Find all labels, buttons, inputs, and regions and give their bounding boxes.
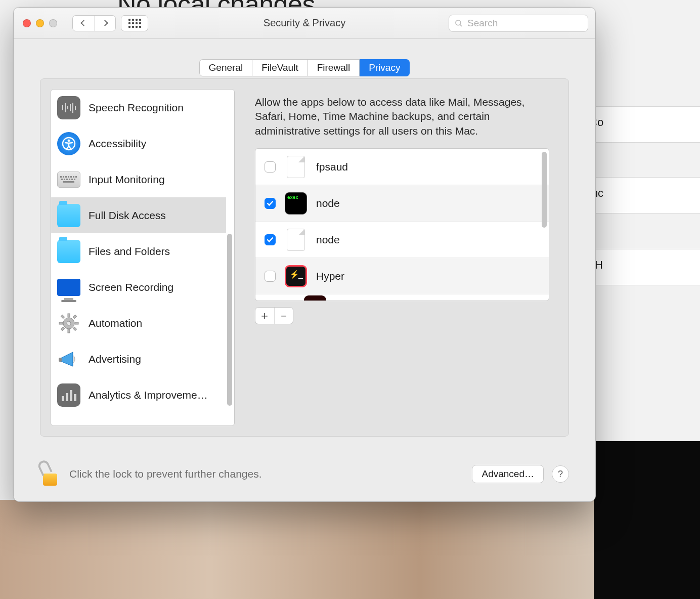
tab-privacy[interactable]: Privacy xyxy=(360,59,410,76)
svg-rect-27 xyxy=(68,329,70,333)
forward-button[interactable] xyxy=(94,16,115,31)
lock-icon xyxy=(43,474,57,486)
permission-checkbox[interactable] xyxy=(265,234,276,245)
category-description: Allow the apps below to access data like… xyxy=(255,95,549,138)
app-permission-list[interactable]: fpsaud exec node node Hyper xyxy=(255,148,549,301)
sidebar-item-label: Speech Recognition xyxy=(89,102,184,114)
sidebar-item-analytics[interactable]: Analytics & Improveme… xyxy=(51,377,226,413)
search-input[interactable] xyxy=(467,18,583,29)
advanced-button[interactable]: Advanced… xyxy=(472,465,544,483)
svg-point-25 xyxy=(67,321,71,325)
app-row[interactable]: Hyper xyxy=(255,258,549,294)
bg-row-1: Co xyxy=(580,106,700,143)
app-icon-peek xyxy=(304,295,326,301)
chevron-right-icon xyxy=(102,20,108,26)
accessibility-icon xyxy=(57,132,80,155)
sidebar-item-speech-recognition[interactable]: Speech Recognition xyxy=(51,90,226,125)
nav-back-forward xyxy=(72,15,116,31)
generic-file-icon xyxy=(287,229,305,251)
svg-rect-30 xyxy=(61,315,64,318)
svg-rect-12 xyxy=(65,176,67,178)
preferences-window: Security & Privacy General FileVault Fir… xyxy=(13,7,596,502)
svg-rect-36 xyxy=(66,393,68,401)
sidebar-item-label: Screen Recording xyxy=(89,281,173,293)
add-app-button[interactable]: ＋ xyxy=(255,308,274,324)
svg-rect-21 xyxy=(71,179,73,180)
svg-rect-10 xyxy=(60,176,62,178)
svg-rect-16 xyxy=(75,176,77,178)
svg-rect-26 xyxy=(68,314,70,317)
close-window[interactable] xyxy=(23,19,31,27)
sidebar-item-label: Files and Folders xyxy=(89,245,170,258)
lock-message: Click the lock to prevent further change… xyxy=(69,468,262,480)
background-dark-panel xyxy=(594,441,700,599)
tab-firewall[interactable]: Firewall xyxy=(308,59,360,76)
app-name: node xyxy=(316,234,340,246)
terminal-icon: exec xyxy=(285,192,307,215)
zoom-window[interactable] xyxy=(49,19,57,27)
svg-rect-29 xyxy=(75,322,78,324)
app-name: node xyxy=(316,197,340,209)
app-row[interactable]: fpsaud xyxy=(255,149,549,185)
sidebar-item-label: Accessibility xyxy=(89,138,146,150)
app-row[interactable]: node xyxy=(255,222,549,258)
svg-point-0 xyxy=(456,20,461,25)
sidebar-item-automation[interactable]: Automation xyxy=(51,305,226,341)
permission-checkbox[interactable] xyxy=(265,271,276,282)
svg-rect-14 xyxy=(70,176,72,178)
detail-pane: Allow the apps below to access data like… xyxy=(245,89,558,426)
sidebar-item-label: Analytics & Improveme… xyxy=(89,389,208,401)
svg-rect-19 xyxy=(66,179,68,180)
svg-rect-17 xyxy=(61,179,63,180)
sidebar-item-label: Automation xyxy=(89,317,142,329)
tab-filevault[interactable]: FileVault xyxy=(252,59,308,76)
sidebar-item-screen-recording[interactable]: Screen Recording xyxy=(51,269,226,305)
gear-icon xyxy=(57,312,80,335)
grid-icon xyxy=(128,19,141,28)
sidebar-item-input-monitoring[interactable]: Input Monitoring xyxy=(51,161,226,197)
minimize-window[interactable] xyxy=(36,19,44,27)
display-icon xyxy=(57,279,80,296)
sidebar-item-files-and-folders[interactable]: Files and Folders xyxy=(51,233,226,269)
svg-point-9 xyxy=(68,139,70,142)
svg-rect-23 xyxy=(63,181,74,183)
footer: Click the lock to prevent further change… xyxy=(40,459,569,489)
megaphone-icon xyxy=(57,348,80,371)
svg-rect-11 xyxy=(63,176,64,178)
svg-rect-15 xyxy=(73,176,74,178)
search-icon xyxy=(454,19,463,28)
sidebar-item-accessibility[interactable]: Accessibility xyxy=(51,125,226,161)
sidebar-item-advertising[interactable]: Advertising xyxy=(51,341,226,377)
bg-row-2: inc xyxy=(580,177,700,213)
show-all-button[interactable] xyxy=(121,15,148,31)
barchart-icon xyxy=(57,383,80,407)
remove-app-button[interactable]: － xyxy=(274,308,293,324)
app-row[interactable]: exec node xyxy=(255,185,549,222)
permission-checkbox[interactable] xyxy=(265,161,276,173)
content-panel: Speech Recognition Accessibility Input M… xyxy=(40,78,569,437)
help-button[interactable]: ? xyxy=(552,465,569,483)
svg-rect-32 xyxy=(73,315,76,318)
tab-bar: General FileVault Firewall Privacy xyxy=(14,59,595,76)
sidebar-item-label: Input Monitoring xyxy=(89,174,165,186)
tab-general[interactable]: General xyxy=(199,59,253,76)
svg-rect-18 xyxy=(64,179,65,180)
privacy-category-list[interactable]: Speech Recognition Accessibility Input M… xyxy=(51,89,235,426)
titlebar: Security & Privacy xyxy=(14,8,595,39)
lock-button[interactable] xyxy=(40,462,60,486)
permission-checkbox[interactable] xyxy=(265,198,276,209)
svg-rect-34 xyxy=(59,358,62,362)
back-button[interactable] xyxy=(73,16,94,31)
svg-rect-33 xyxy=(61,327,64,330)
folder-icon xyxy=(57,240,80,263)
search-field[interactable] xyxy=(449,15,588,32)
chevron-left-icon xyxy=(80,20,87,26)
app-name: fpsaud xyxy=(316,161,348,173)
bg-row-3: itH xyxy=(580,249,700,285)
svg-rect-28 xyxy=(59,322,63,324)
sidebar-item-full-disk-access[interactable]: Full Disk Access xyxy=(51,197,226,233)
app-name: Hyper xyxy=(316,270,344,282)
app-row-partial xyxy=(255,294,549,301)
waveform-icon xyxy=(57,96,80,119)
svg-rect-20 xyxy=(69,179,70,180)
